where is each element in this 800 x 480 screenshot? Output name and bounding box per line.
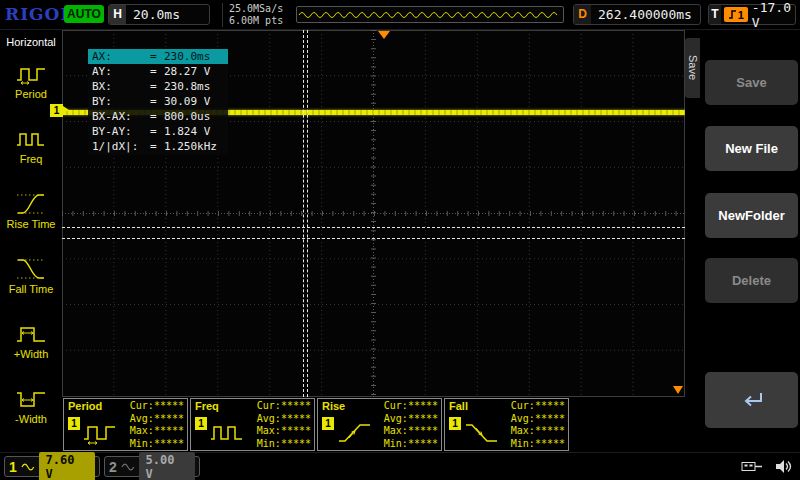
cursor-row-by: BY: = 30.09 V bbox=[88, 94, 228, 109]
rise-time-icon bbox=[15, 192, 47, 216]
equals-sign: = bbox=[150, 95, 164, 108]
measurement-box-freq[interactable]: Freq 1 Cur:***** Avg:***** Max:***** Min… bbox=[190, 398, 315, 451]
trigger-key-label: T bbox=[709, 5, 721, 24]
measurement-name: Period bbox=[68, 400, 102, 412]
ac-wave-icon bbox=[121, 462, 135, 472]
cursor-row-inverse-dx: 1/|dX|: = 1.250kHz bbox=[88, 139, 228, 154]
sidebar-item-plus-width[interactable]: +Width bbox=[0, 308, 62, 373]
delay-group[interactable]: D 262.400000ms bbox=[573, 4, 701, 25]
cursor-value: 1.250kHz bbox=[164, 140, 217, 153]
measurement-box-fall[interactable]: Fall 1 Cur:***** Avg:***** Max:***** Min… bbox=[444, 398, 569, 451]
sidebar-item-freq[interactable]: Freq bbox=[0, 113, 62, 178]
speaker-icon[interactable] bbox=[775, 459, 792, 474]
save-button[interactable]: Save bbox=[705, 60, 798, 105]
ch1-ground-marker[interactable]: 1 bbox=[50, 104, 63, 117]
measurement-channel-badge: 1 bbox=[449, 417, 461, 430]
sidebar-item-label: Fall Time bbox=[9, 283, 54, 295]
stat-cur: Cur:***** bbox=[511, 400, 565, 413]
oscilloscope-screen: RIGOL AUTO H 20.0ms 25.0MSa/s 6.00M pts … bbox=[0, 0, 800, 480]
channel-1-chip[interactable]: 1 7.60 V bbox=[4, 456, 100, 477]
stat-min: Min:***** bbox=[384, 438, 438, 451]
new-folder-button[interactable]: NewFolder bbox=[705, 193, 798, 238]
preview-wave-icon bbox=[299, 13, 557, 18]
measure-sidebar: Horizontal Period Freq Rise Time bbox=[0, 30, 62, 452]
stat-max: Max:***** bbox=[257, 425, 311, 438]
measurement-stats: Cur:***** Avg:***** Max:***** Min:***** bbox=[130, 400, 184, 450]
delete-button[interactable]: Delete bbox=[705, 258, 798, 303]
cursor-value: 1.824 V bbox=[164, 125, 210, 138]
cursor-bx-line[interactable] bbox=[307, 30, 308, 397]
trigger-level-offscreen-marker[interactable] bbox=[673, 386, 683, 394]
equals-sign: = bbox=[150, 110, 164, 123]
cursor-readout-panel: AX: = 230.0ms AY: = 28.27 V BX: = 230.8m… bbox=[88, 48, 228, 155]
cursor-row-ax: AX: = 230.0ms bbox=[88, 49, 228, 64]
cursor-row-ay: AY: = 28.27 V bbox=[88, 64, 228, 79]
cursor-label: AY: bbox=[92, 65, 150, 78]
stat-avg: Avg:***** bbox=[130, 413, 184, 426]
stat-max: Max:***** bbox=[384, 425, 438, 438]
trigger-group[interactable]: T 1 -17.0 V bbox=[708, 4, 796, 25]
cursor-value: 800.0us bbox=[164, 110, 210, 123]
measurement-stats: Cur:***** Avg:***** Max:***** Min:***** bbox=[511, 400, 565, 450]
cursor-label: BX-AX: bbox=[92, 110, 150, 123]
measurement-channel-badge: 1 bbox=[68, 417, 80, 430]
stat-avg: Avg:***** bbox=[511, 413, 565, 426]
cursor-ay-line[interactable] bbox=[62, 227, 685, 228]
stat-cur: Cur:***** bbox=[257, 400, 311, 413]
plus-width-icon bbox=[15, 322, 47, 346]
stat-max: Max:***** bbox=[511, 425, 565, 438]
sidebar-item-rise-time[interactable]: Rise Time bbox=[0, 178, 62, 243]
trigger-source-number: 1 bbox=[738, 9, 744, 21]
channel-status-bar: 1 7.60 V 2 5.00 V bbox=[0, 452, 800, 480]
channel-number: 1 bbox=[9, 459, 17, 475]
stat-cur: Cur:***** bbox=[384, 400, 438, 413]
horizontal-key-label: H bbox=[109, 5, 126, 24]
stat-avg: Avg:***** bbox=[384, 413, 438, 426]
measurement-channel-badge: 1 bbox=[195, 417, 207, 430]
cursor-label: BY-AY: bbox=[92, 125, 150, 138]
minus-width-icon bbox=[15, 387, 47, 411]
sidebar-item-label: Rise Time bbox=[7, 218, 56, 230]
return-button[interactable] bbox=[705, 372, 798, 428]
stat-min: Min:***** bbox=[257, 438, 311, 451]
measurement-name: Fall bbox=[449, 400, 468, 412]
delay-value: 262.400000ms bbox=[591, 7, 699, 22]
waveform-preview[interactable] bbox=[296, 6, 564, 23]
cursor-label: 1/|dX|: bbox=[92, 140, 150, 153]
sidebar-item-label: Period bbox=[15, 88, 47, 100]
cursor-row-by-ay: BY-AY: = 1.824 V bbox=[88, 124, 228, 139]
measurement-bar: Period 1 Cur:***** Avg:***** Max:***** M… bbox=[62, 397, 685, 452]
stat-min: Min:***** bbox=[511, 438, 565, 451]
freq-icon bbox=[209, 419, 247, 445]
new-file-button[interactable]: New File bbox=[705, 126, 798, 171]
sidebar-item-fall-time[interactable]: Fall Time bbox=[0, 243, 62, 308]
trigger-source-badge: 1 bbox=[724, 7, 748, 22]
fall-time-icon bbox=[15, 257, 47, 281]
memory-depth: 6.00M pts bbox=[229, 15, 283, 27]
cursor-ax-line[interactable] bbox=[303, 30, 304, 397]
channel-2-chip[interactable]: 2 5.00 V bbox=[104, 456, 200, 477]
timebase-value: 20.0ms bbox=[126, 7, 187, 22]
horizontal-timebase-group[interactable]: H 20.0ms bbox=[108, 4, 210, 25]
stat-cur: Cur:***** bbox=[130, 400, 184, 413]
measurement-box-rise[interactable]: Rise 1 Cur:***** Avg:***** Max:***** Min… bbox=[317, 398, 442, 451]
trigger-position-marker[interactable] bbox=[378, 31, 390, 39]
measurement-name: Freq bbox=[195, 400, 219, 412]
channel-scale-value: 7.60 V bbox=[39, 452, 95, 480]
channel-number: 2 bbox=[109, 459, 117, 475]
sidebar-item-label: Freq bbox=[20, 153, 43, 165]
equals-sign: = bbox=[150, 65, 164, 78]
measurement-box-period[interactable]: Period 1 Cur:***** Avg:***** Max:***** M… bbox=[63, 398, 188, 451]
run-status-badge[interactable]: AUTO bbox=[64, 5, 104, 23]
rise-icon bbox=[336, 419, 374, 445]
status-icons bbox=[741, 459, 792, 474]
equals-sign: = bbox=[150, 140, 164, 153]
waveform-display: 1 AX: = 230.0ms AY: = 28.27 V BX: = 230.… bbox=[62, 30, 685, 397]
cursor-row-bx: BX: = 230.8ms bbox=[88, 79, 228, 94]
delay-key-label: D bbox=[574, 5, 591, 24]
cursor-label: BX: bbox=[92, 80, 150, 93]
sidebar-item-minus-width[interactable]: -Width bbox=[0, 373, 62, 438]
sidebar-item-label: +Width bbox=[14, 348, 49, 360]
cursor-by-line[interactable] bbox=[62, 238, 685, 239]
measurement-stats: Cur:***** Avg:***** Max:***** Min:***** bbox=[257, 400, 311, 450]
